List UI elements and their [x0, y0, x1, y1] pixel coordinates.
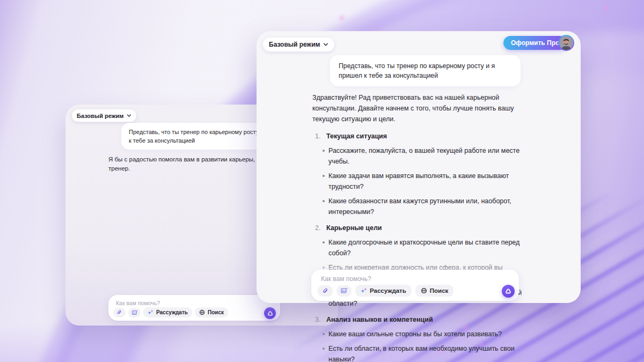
- attach-button[interactable]: [113, 308, 126, 317]
- paperclip-icon: [322, 287, 329, 294]
- list-number: 1.: [315, 131, 326, 142]
- globe-icon: [421, 287, 427, 294]
- alice-chat-screenshot: Базовый режим Представь, что ты тренер п…: [0, 0, 644, 362]
- user-message-bubble: Представь, что ты тренер по карьерному р…: [330, 55, 521, 86]
- composer-toolbar: Рассуждать Поиск: [113, 307, 228, 317]
- list-item: Какие задачи вам нравятся выполнять, а к…: [312, 171, 529, 192]
- list-number: 3.: [315, 314, 326, 325]
- list-title: Текущая ситуация: [326, 131, 387, 142]
- search-button[interactable]: Поиск: [195, 307, 228, 317]
- sparkles-icon: [361, 287, 367, 294]
- gallery-button[interactable]: [128, 308, 141, 317]
- mode-dropdown[interactable]: Базовый режим: [72, 109, 136, 122]
- alice-logo-icon: [267, 310, 274, 317]
- composer-placeholder: Как вам помочь?: [116, 300, 160, 306]
- message-composer[interactable]: Как вам помочь? Рассуждать Поиск: [108, 295, 280, 321]
- subscribe-pro-button[interactable]: Оформить Про: [503, 36, 567, 50]
- paperclip-icon: [116, 309, 122, 315]
- composer-placeholder: Как вам помочь?: [321, 275, 371, 283]
- reason-label: Рассуждать: [156, 309, 188, 315]
- assistant-message: Здравствуйте! Рад приветствовать вас на …: [312, 92, 529, 362]
- globe-icon: [199, 309, 205, 315]
- reason-label: Рассуждать: [370, 287, 406, 294]
- message-composer[interactable]: Как вам помочь? Рассуждать Поиск: [311, 270, 519, 301]
- search-label: Поиск: [208, 309, 224, 315]
- list-item: Какие обязанности вам кажутся рутинными …: [312, 196, 529, 217]
- image-icon: [340, 287, 348, 294]
- reason-button[interactable]: Рассуждать: [143, 307, 192, 317]
- search-button[interactable]: Поиск: [415, 285, 454, 297]
- alice-logo-icon: [504, 287, 512, 295]
- list-title: Анализ навыков и компетенций: [326, 314, 433, 325]
- send-alice-button[interactable]: [502, 285, 515, 298]
- mode-label: Базовый режим: [77, 113, 123, 119]
- list-section-header: 3. Анализ навыков и компетенций: [312, 314, 529, 325]
- list-item: Есть ли области, в которых вам необходим…: [312, 343, 529, 362]
- list-item: Расскажите, пожалуйста, о вашей текущей …: [312, 145, 529, 167]
- attach-button[interactable]: [318, 285, 333, 297]
- composer-toolbar: Рассуждать Поиск: [318, 285, 453, 297]
- list-number: 2.: [315, 223, 326, 233]
- background-sparkle-dots: [0, 0, 3, 3]
- avatar[interactable]: [558, 35, 574, 51]
- chevron-down-icon: [127, 113, 131, 118]
- image-icon: [131, 309, 138, 316]
- user-photo-icon: [559, 36, 573, 50]
- user-message-text: Представь, что ты тренер по карьерному р…: [339, 62, 495, 79]
- assistant-intro-text: Здравствуйте! Рад приветствовать вас на …: [312, 92, 529, 124]
- gallery-button[interactable]: [336, 285, 352, 297]
- chat-window-foreground: Базовый режим Оформить Про Представь, чт…: [257, 31, 581, 303]
- list-item: Какие ваши сильные стороны вы бы хотели …: [312, 329, 529, 339]
- list-section-header: 2. Карьерные цели: [312, 223, 529, 233]
- sparkles-icon: [148, 309, 153, 315]
- send-alice-button[interactable]: [264, 307, 276, 319]
- search-label: Поиск: [430, 287, 449, 294]
- list-title: Карьерные цели: [326, 223, 382, 233]
- list-item: Какие долгосрочные и краткосрочные цели …: [312, 237, 529, 258]
- mode-label: Базовый режим: [269, 41, 320, 48]
- list-section-header: 1. Текущая ситуация: [312, 131, 529, 142]
- assistant-message-text: Я бы с радостью помогла вам в развитии к…: [108, 155, 278, 173]
- reason-button[interactable]: Рассуждать: [355, 285, 412, 297]
- mode-dropdown[interactable]: Базовый режим: [263, 38, 334, 51]
- chevron-down-icon: [323, 42, 328, 47]
